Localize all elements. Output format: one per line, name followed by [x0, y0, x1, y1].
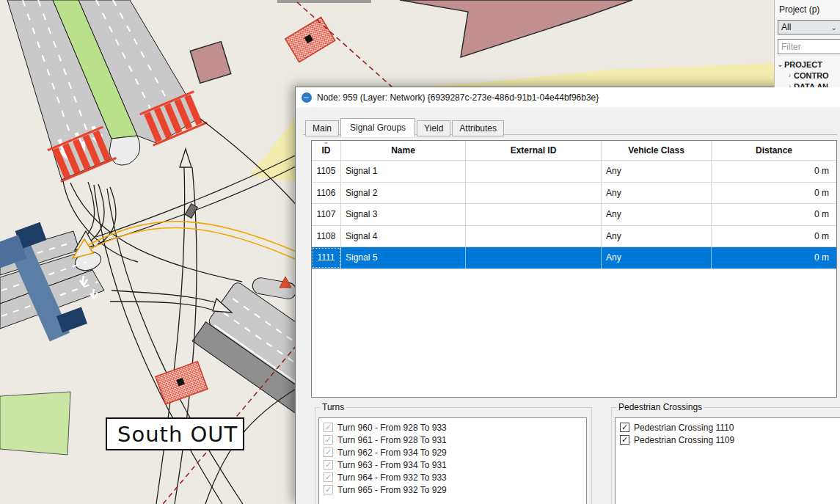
table-row-selected[interactable]: 1111 Signal 5 Any 0 m	[312, 247, 836, 269]
table-row[interactable]: 1107 Signal 3 Any 0 m	[312, 204, 836, 226]
dialog-titlebar[interactable]: Node: 959 (Layer: Network) {6939287c-273…	[296, 87, 840, 108]
dialog-tabs: Main Signal Groups Yield Attributes	[305, 118, 505, 136]
turns-label: Turns	[320, 402, 346, 412]
project-tree: ⌄ PROJECT › CONTRO › DATA AN	[776, 59, 840, 87]
filter-input[interactable]	[778, 39, 840, 54]
combo-value: All	[781, 22, 791, 32]
pedestrian-crossings-groupbox: Pedestrian Crossings Pedestrian Crossing…	[611, 407, 840, 504]
pedestrian-crossings-label: Pedestrian Crossings	[616, 402, 704, 412]
table-row[interactable]: 1105 Signal 1 Any 0 m	[312, 161, 836, 183]
project-panel-title: Project (p)	[775, 0, 840, 15]
checkbox-checked-disabled-icon[interactable]	[324, 423, 333, 432]
column-header-vehicle-class[interactable]: Vehicle Class	[602, 141, 712, 160]
list-item: Turn 964 - From 932 To 933	[319, 471, 586, 483]
table-header: ⌄ ID Name External ID Vehicle Class Dist…	[312, 141, 836, 161]
list-item: Turn 960 - From 928 To 933	[319, 421, 586, 434]
node-dialog: Node: 959 (Layer: Network) {6939287c-273…	[295, 87, 840, 504]
column-header-name[interactable]: Name	[341, 141, 466, 160]
column-header-external-id[interactable]: External ID	[466, 141, 602, 160]
sort-indicator-icon: ⌄	[324, 141, 329, 145]
checkbox-checked-disabled-icon[interactable]	[324, 435, 333, 445]
signal-groups-table[interactable]: ⌄ ID Name External ID Vehicle Class Dist…	[311, 140, 837, 398]
tree-item-control[interactable]: › CONTRO	[776, 70, 840, 81]
turns-listbox[interactable]: Turn 960 - From 928 To 933 Turn 961 - Fr…	[318, 417, 587, 504]
column-header-distance[interactable]: Distance	[712, 141, 836, 160]
chevron-collapsed-icon: ›	[786, 71, 794, 79]
checkbox-checked-disabled-icon[interactable]	[324, 448, 333, 457]
tree-item-data-analysis[interactable]: › DATA AN	[776, 81, 840, 87]
tab-yield[interactable]: Yield	[417, 120, 450, 136]
chevron-collapsed-icon: ›	[786, 82, 794, 87]
list-item: Pedestrian Crossing 1110	[616, 421, 840, 434]
checkbox-checked-disabled-icon[interactable]	[324, 460, 333, 470]
checkbox-checked-disabled-icon[interactable]	[324, 472, 333, 482]
checkbox-checked-icon[interactable]	[620, 423, 629, 432]
checkbox-checked-icon[interactable]	[620, 435, 629, 445]
road-sliver-top	[277, 0, 371, 3]
list-item: Turn 963 - From 934 To 931	[319, 459, 586, 471]
list-item: Turn 961 - From 928 To 931	[319, 434, 586, 446]
map-label-south-out: South OUT	[106, 418, 244, 450]
tree-item-project[interactable]: ⌄ PROJECT	[776, 59, 840, 70]
turns-groupbox: Turns Turn 960 - From 928 To 933 Turn 96…	[315, 407, 592, 504]
tab-signal-groups[interactable]: Signal Groups	[340, 118, 415, 137]
project-type-combobox[interactable]: All ⌄	[778, 20, 840, 34]
table-row[interactable]: 1108 Signal 4 Any 0 m	[312, 226, 836, 248]
list-item: Turn 965 - From 932 To 929	[319, 483, 586, 496]
landuse-green	[0, 392, 70, 455]
table-row[interactable]: 1106 Signal 2 Any 0 m	[312, 183, 836, 205]
checkbox-checked-disabled-icon[interactable]	[324, 485, 333, 494]
column-header-id[interactable]: ⌄ ID	[312, 141, 341, 160]
node-icon	[302, 92, 312, 103]
tab-attributes[interactable]: Attributes	[452, 120, 504, 136]
tab-main[interactable]: Main	[305, 120, 339, 136]
project-panel: Project (p) All ⌄ ⌄ PROJECT › CONTRO › D…	[774, 0, 840, 87]
south-out-text: South OUT	[117, 422, 238, 447]
list-item: Turn 962 - From 934 To 929	[319, 446, 586, 459]
chevron-down-icon: ⌄	[831, 23, 837, 32]
list-item: Pedestrian Crossing 1109	[616, 434, 840, 446]
dialog-title: Node: 959 (Layer: Network) {6939287c-273…	[317, 92, 599, 103]
chevron-expanded-icon: ⌄	[776, 60, 784, 68]
pedestrian-crossings-listbox[interactable]: Pedestrian Crossing 1110 Pedestrian Cros…	[615, 417, 840, 504]
